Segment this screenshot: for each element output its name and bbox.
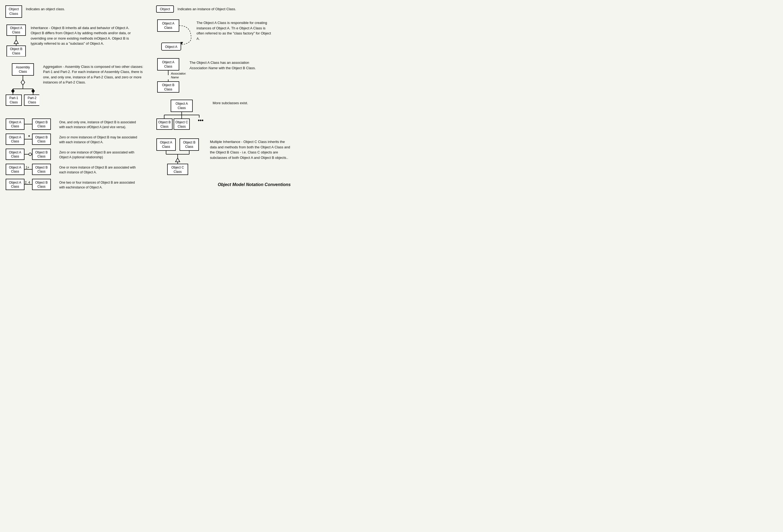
- assoc-row-4: Object A Class 1+ Object B Class One or …: [5, 163, 145, 176]
- page: ObjectClass Indicates an object class. O…: [5, 5, 291, 193]
- section-object-class: ObjectClass Indicates an object class.: [5, 5, 145, 18]
- svg-text:Object A: Object A: [165, 45, 177, 49]
- assoc-desc-4: One or more instance of Object B are ass…: [59, 164, 140, 175]
- svg-text:Class: Class: [164, 26, 172, 30]
- svg-text:Object B: Object B: [35, 120, 48, 124]
- section-assoc-name: Object A Class Association Name Object B…: [156, 58, 291, 93]
- svg-text:Object A: Object A: [9, 135, 21, 139]
- svg-text:*: *: [28, 135, 30, 139]
- svg-text:Class: Class: [37, 139, 45, 143]
- subclasses-desc: More subclasses exist.: [213, 99, 248, 106]
- svg-text:Class: Class: [11, 139, 19, 143]
- svg-text:Class: Class: [28, 100, 36, 104]
- svg-text:Object A: Object A: [9, 120, 21, 124]
- section2-desc: Inheritance - Object B inherits all data…: [31, 24, 133, 46]
- left-column: ObjectClass Indicates an object class. O…: [5, 5, 145, 193]
- svg-text:Class: Class: [12, 30, 20, 34]
- section-subclasses: Object A Class Object B Class Object C: [156, 99, 291, 132]
- svg-text:Assembly: Assembly: [16, 65, 30, 69]
- section1-desc: Indicates an object class.: [26, 5, 65, 12]
- svg-text:Object B: Object B: [35, 151, 48, 154]
- assoc-row-3: Object A Class Object B Class Zero or on…: [5, 148, 145, 160]
- svg-marker-109: [176, 158, 180, 162]
- right-column: Object Indicates an instance of Object C…: [156, 5, 291, 193]
- subclasses-diagram: Object A Class Object B Class Object C: [156, 99, 210, 132]
- svg-text:Class: Class: [162, 145, 170, 149]
- svg-text:Class: Class: [164, 65, 172, 68]
- assoc-diagram-5: Object A Class 2, 4 Object B Class: [5, 178, 59, 191]
- svg-text:Class: Class: [178, 125, 186, 128]
- section-factory: Object A Class Object A The Object A Cla…: [156, 19, 291, 52]
- assoc-desc-5: One two or four instances of Object B ar…: [59, 179, 140, 190]
- inheritance-diagram: Object A Class Object B Class: [5, 24, 27, 57]
- footer-label: Object Model Notation Conventions: [156, 182, 291, 187]
- factory-desc: The Object A Class is responsible for cr…: [196, 19, 272, 41]
- svg-text:Class: Class: [11, 155, 19, 158]
- svg-marker-4: [14, 40, 18, 43]
- assoc-desc-1: One, and only one, instance of Object B …: [59, 119, 140, 129]
- svg-text:Object A: Object A: [176, 102, 188, 105]
- assoc-name-diagram: Object A Class Association Name Object B…: [156, 58, 186, 93]
- svg-text:Object B: Object B: [162, 83, 175, 87]
- section-inheritance: Object A Class Object B Class Inheritanc…: [5, 24, 145, 57]
- svg-text:Object A: Object A: [9, 181, 21, 184]
- svg-text:Object A: Object A: [9, 151, 21, 154]
- svg-text:Class: Class: [160, 125, 168, 128]
- assoc-diagram-4: Object A Class 1+ Object B Class: [5, 163, 59, 176]
- assoc-diagram-3: Object A Class Object B Class: [5, 148, 59, 160]
- section3-desc: Aggregation - Assembly Class is composed…: [43, 63, 145, 85]
- section-instance: Object Indicates an instance of Object C…: [156, 5, 291, 13]
- factory-diagram: Object A Class Object A: [156, 19, 194, 52]
- svg-text:Class: Class: [174, 170, 182, 174]
- svg-text:Class: Class: [164, 88, 172, 91]
- svg-text:Object A: Object A: [10, 26, 22, 30]
- svg-marker-13: [21, 80, 25, 85]
- svg-text:Object B: Object B: [158, 120, 171, 124]
- svg-text:Object B: Object B: [183, 140, 195, 144]
- multi-inherit-desc: Multiple Inheritance - Object C Class in…: [210, 138, 291, 160]
- svg-text:Name: Name: [171, 76, 179, 79]
- svg-text:Class: Class: [11, 124, 19, 128]
- assoc-row-1: Object A Class Object B Class One, and o…: [5, 118, 145, 130]
- assoc-desc-3: Zero or one instance of Object B are ass…: [59, 149, 140, 160]
- svg-text:Class: Class: [37, 124, 45, 128]
- svg-text:Class: Class: [37, 169, 45, 174]
- svg-text:Part-1: Part-1: [9, 96, 18, 100]
- multi-inherit-diagram: Object A Class Object B Class Obj: [156, 138, 206, 176]
- svg-text:2, 4: 2, 4: [25, 181, 30, 184]
- svg-text:Class: Class: [12, 52, 20, 55]
- assoc-row-2: Object A Class * Object B Class Zero or …: [5, 133, 145, 146]
- svg-text:Object A: Object A: [9, 165, 21, 169]
- assoc-name-desc: The Object A Class has an association As…: [189, 58, 265, 70]
- svg-text:Class: Class: [178, 106, 186, 110]
- svg-text:Class: Class: [37, 185, 45, 188]
- svg-text:Class: Class: [37, 155, 45, 158]
- svg-text:Object A: Object A: [162, 60, 174, 64]
- svg-text:•••: •••: [198, 117, 203, 123]
- svg-text:Class: Class: [185, 145, 193, 149]
- svg-marker-19: [31, 89, 35, 93]
- assoc-desc-2: Zero or more instances of Object B may b…: [59, 134, 140, 145]
- svg-text:1+: 1+: [26, 165, 29, 169]
- assoc-diagram-1: Object A Class Object B Class: [5, 118, 59, 130]
- svg-text:Association: Association: [171, 72, 186, 75]
- svg-text:Class: Class: [19, 70, 27, 73]
- object-class-box: ObjectClass: [5, 5, 22, 18]
- section-multi-inherit: Object A Class Object B Class Obj: [156, 138, 291, 176]
- svg-text:Class: Class: [11, 185, 19, 188]
- svg-marker-18: [11, 89, 14, 93]
- svg-point-47: [29, 153, 31, 156]
- instance-desc: Indicates an instance of Object Class.: [178, 5, 236, 12]
- assoc-diagram-2: Object A Class * Object B Class: [5, 133, 59, 146]
- svg-text:Object C: Object C: [176, 120, 188, 124]
- svg-text:Class: Class: [10, 100, 18, 104]
- assoc-row-5: Object A Class 2, 4 Object B Class One t…: [5, 178, 145, 191]
- aggregation-diagram: Assembly Class Part-1: [5, 63, 39, 112]
- svg-text:Class: Class: [11, 169, 19, 174]
- svg-text:Object C: Object C: [171, 165, 184, 169]
- svg-text:Object B: Object B: [35, 165, 48, 169]
- instance-box: Object: [156, 5, 174, 13]
- svg-text:Object A: Object A: [162, 22, 174, 25]
- svg-text:Object B: Object B: [10, 47, 22, 51]
- svg-text:Object B: Object B: [35, 181, 48, 184]
